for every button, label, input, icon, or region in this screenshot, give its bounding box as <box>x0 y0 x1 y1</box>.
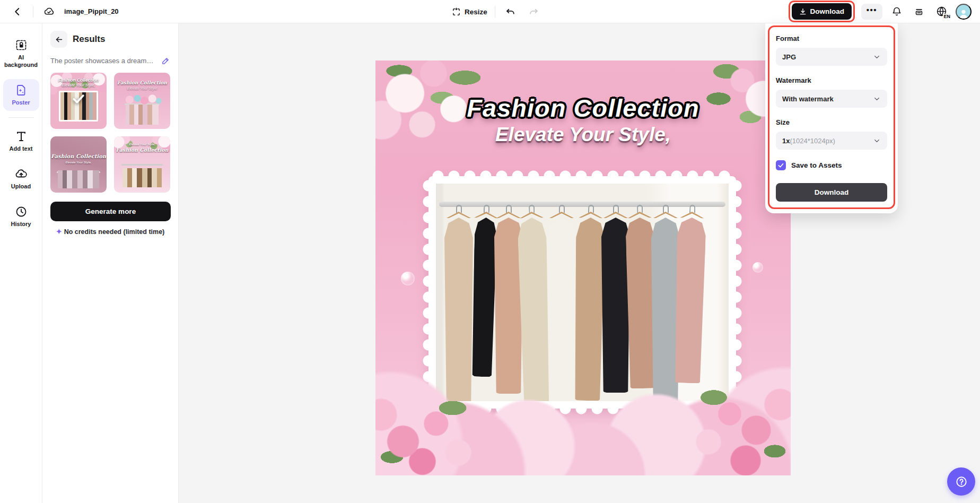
thumb-subtitle: Elevate Your Style <box>114 86 170 90</box>
download-icon <box>799 8 807 15</box>
result-thumbnail-1-selected[interactable]: Fashion Collection Elevate Your Style, <box>50 73 107 129</box>
result-thumbnail-2[interactable]: Fashion Collection Elevate Your Style <box>114 73 170 129</box>
poster-subtitle: Elevate Your Style, <box>375 124 791 146</box>
upload-cloud-icon <box>15 168 28 180</box>
cloud-saved-icon <box>41 4 57 20</box>
text-icon <box>15 130 28 143</box>
thumb-title: Fashion Collection <box>50 153 107 159</box>
check-icon <box>777 162 784 169</box>
sidebar-item-ai-background[interactable]: AI background <box>3 34 39 74</box>
watermark-value: With watermark <box>782 95 834 103</box>
redo-button[interactable] <box>526 4 542 20</box>
sidebar-divider <box>8 117 34 118</box>
sidebar-item-upload[interactable]: Upload <box>3 163 39 195</box>
top-bar-left: image_Pippit_20 <box>0 4 119 20</box>
save-to-assets-checkbox[interactable] <box>776 160 786 170</box>
prompt-text: The poster showcases a dreamy… <box>50 57 154 65</box>
sidebar-item-label: Add text <box>10 145 33 153</box>
avatar[interactable] <box>956 4 972 20</box>
print-icon <box>914 6 924 17</box>
bell-icon <box>891 6 902 17</box>
thumb-subtitle: Elevate Your Style, <box>50 83 107 87</box>
top-bar-center: Resize <box>452 0 542 23</box>
sidebar-item-label: Poster <box>12 99 30 107</box>
divider <box>33 6 33 18</box>
selected-check-icon <box>72 92 85 107</box>
language-button[interactable]: EN <box>933 4 949 20</box>
flowers-bottom-left <box>375 375 500 475</box>
thumb-title: Fashion Collection <box>50 77 107 83</box>
format-label: Format <box>776 34 887 42</box>
save-to-assets-label: Save to Assets <box>791 161 842 169</box>
app-window: image_Pippit_20 Resize Download <box>0 0 980 503</box>
credits-note-text: No credits needed (limited time) <box>64 228 165 236</box>
watermark-dropdown[interactable]: With watermark <box>776 90 887 108</box>
watermark-label: Watermark <box>776 76 887 84</box>
user-icon <box>958 8 969 19</box>
credits-note: ✦ No credits needed (limited time) <box>50 228 170 236</box>
result-thumbnail-3[interactable]: Fashion Collection Elevate Your Style, <box>50 136 107 193</box>
bubble-decoration <box>401 272 415 285</box>
poster-artwork[interactable]: Fashion Collection Elevate Your Style, <box>375 60 791 475</box>
pencil-icon <box>161 56 170 65</box>
flowers-bottom-right <box>669 367 791 475</box>
divider <box>495 6 495 18</box>
size-label: Size <box>776 118 887 126</box>
sparkle-icon: ✦ <box>56 228 62 236</box>
result-thumbnail-4[interactable]: Elevate Your Style, Fashion Collection <box>114 136 170 193</box>
language-code: EN <box>943 14 951 19</box>
format-value: JPG <box>782 53 796 61</box>
clothes-photo <box>122 168 162 187</box>
clothes-photo <box>126 105 159 125</box>
sidebar-item-label: History <box>11 221 31 228</box>
undo-button[interactable] <box>503 4 519 20</box>
chevron-left-icon <box>13 7 22 16</box>
thumb-title: Fashion Collection <box>114 147 170 153</box>
resize-button[interactable]: Resize <box>452 7 487 16</box>
download-label: Download <box>810 7 845 15</box>
more-options-button[interactable]: ••• <box>861 4 882 20</box>
results-back-button[interactable] <box>50 31 67 48</box>
download-options-panel: Format JPG Watermark With watermark Size… <box>765 23 898 213</box>
print-button[interactable] <box>911 4 927 20</box>
resize-icon <box>452 7 461 16</box>
poster-text-block: Fashion Collection Elevate Your Style, <box>375 93 791 146</box>
redo-icon <box>529 7 539 17</box>
help-button[interactable] <box>947 467 975 496</box>
download-annotation-box: Download <box>789 1 855 22</box>
sidebar-item-history[interactable]: History <box>3 201 39 233</box>
file-title[interactable]: image_Pippit_20 <box>64 7 119 15</box>
save-to-assets-row[interactable]: Save to Assets <box>776 160 887 170</box>
results-title: Results <box>73 34 105 45</box>
sidebar-item-label: Upload <box>11 183 31 190</box>
chevron-down-icon <box>873 137 881 145</box>
question-icon <box>955 475 968 489</box>
top-bar-right: Download ••• EN <box>789 1 980 22</box>
sidebar-item-add-text[interactable]: Add text <box>3 125 39 158</box>
format-dropdown[interactable]: JPG <box>776 48 887 66</box>
sidebar-item-poster[interactable]: Poster <box>3 79 39 111</box>
poster-icon <box>15 84 28 97</box>
prompt-row: The poster showcases a dreamy… <box>50 56 170 65</box>
size-dropdown[interactable]: 1x(1024*1024px) <box>776 132 887 150</box>
arrow-left-icon <box>55 35 64 44</box>
panel-download-button[interactable]: Download <box>776 183 887 202</box>
download-button[interactable]: Download <box>792 3 852 20</box>
thumb-title: Fashion Collection <box>114 80 170 85</box>
undo-icon <box>505 7 515 17</box>
back-button[interactable] <box>10 4 25 20</box>
thumb-subtitle: Elevate Your Style, <box>114 143 170 146</box>
resize-label: Resize <box>465 8 487 16</box>
size-detail: (1024*1024px) <box>790 137 835 145</box>
clothes-photo <box>58 170 99 188</box>
thumb-subtitle: Elevate Your Style, <box>50 161 107 164</box>
tool-sidebar: AI background Poster Add text Upload His… <box>0 23 42 503</box>
sidebar-item-label: AI background <box>4 54 38 69</box>
edit-prompt-button[interactable] <box>161 56 170 65</box>
generate-more-button[interactable]: Generate more <box>50 202 171 221</box>
results-panel: Results The poster showcases a dreamy… F… <box>42 23 179 503</box>
ai-background-icon <box>15 39 28 51</box>
notifications-button[interactable] <box>889 4 905 20</box>
size-value: 1x(1024*1024px) <box>782 137 835 145</box>
history-clock-icon <box>15 205 28 218</box>
